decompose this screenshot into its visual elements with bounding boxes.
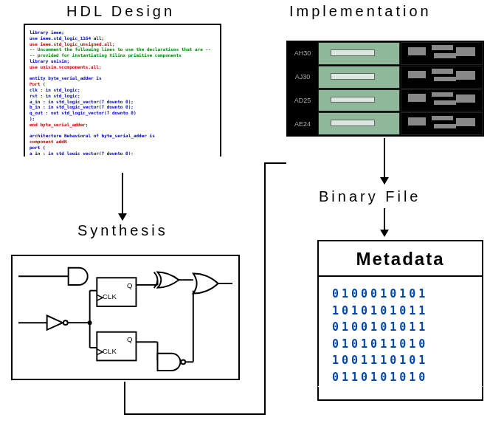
svg-text:Q: Q [127, 335, 133, 343]
impl-cell [318, 42, 400, 65]
impl-row-label: AH30 [288, 42, 317, 65]
hdl-code-line: b_in : in std_logic_vector(7 downto 0); [30, 104, 215, 110]
hdl-code-line [30, 70, 215, 76]
synthesis-schematic-box: CLK Q CLK Q [11, 255, 240, 380]
impl-row-label: AJ30 [288, 66, 317, 89]
arrow-hdl-to-synthesis [122, 173, 123, 220]
synthesis-label: Synthesis [77, 222, 168, 239]
connector-seg-4 [264, 162, 286, 164]
hdl-code-line: use ieee.std_logic_unsigned.all; [30, 41, 215, 47]
hdl-design-document: library ieee;use ieee.std_logic_1164 all… [24, 24, 221, 157]
connector-seg-2 [124, 413, 266, 415]
hdl-code-line: use unisim.vcomponents.all; [30, 64, 215, 70]
clk-label-2: CLK [103, 347, 117, 355]
arrow-impl-to-binary-2 [384, 208, 385, 236]
arrow-impl-to-binary-1 [384, 138, 385, 184]
hdl-code-line: clk : in std_logic; [30, 87, 215, 93]
hdl-design-label: HDL Design [66, 3, 175, 20]
document-wave-bottom [24, 155, 221, 157]
impl-cell [401, 66, 483, 89]
impl-cell [401, 112, 483, 135]
hdl-code-line: -- provided for instantiating Xilinx pri… [30, 52, 215, 58]
hdl-code-line: library unisim; [30, 58, 215, 64]
hdl-code-line [30, 128, 215, 134]
impl-row-label: AD25 [288, 89, 317, 112]
binary-row: 0110101010 [332, 369, 469, 386]
binary-row: 0100101011 [332, 319, 469, 336]
hdl-code-line: entity byte_serial_adder is [30, 75, 215, 81]
hdl-code-line: use ieee.std_logic_1164 all; [30, 35, 215, 41]
hdl-code-line: component addN [30, 139, 215, 145]
binary-row: 0100010101 [332, 286, 469, 303]
hdl-code-line: port ( [30, 145, 215, 151]
svg-point-7 [63, 320, 68, 325]
impl-cell [401, 89, 483, 112]
svg-point-17 [181, 360, 185, 364]
binary-file-document: Metadata 0100010101101010101101001010110… [317, 240, 483, 388]
hdl-code-line: rst : in std_logic; [30, 93, 215, 99]
binary-file-label: Binary File [319, 188, 421, 205]
binary-header: Metadata [319, 241, 482, 277]
impl-cell [318, 66, 400, 89]
svg-point-22 [88, 320, 92, 325]
binary-row: 0101011010 [332, 336, 469, 353]
impl-row-label: AE24 [288, 112, 317, 135]
hdl-code-line: end byte_serial_adder; [30, 122, 215, 128]
binary-content: 0100010101101010101101001010110101011010… [319, 277, 482, 394]
hdl-code-listing: library ieee;use ieee.std_logic_1164 all… [25, 25, 220, 157]
connector-seg-1 [124, 382, 125, 415]
clk-label-1: CLK [103, 292, 117, 300]
hdl-code-line: library ieee; [30, 30, 215, 35]
hdl-code-line: a_in : in std_logic_vector(7 downto 0); [30, 99, 215, 105]
implementation-layout-box: AH30AJ30AD25AE24 [286, 41, 484, 137]
impl-cell [401, 42, 483, 65]
hdl-code-line: architecture Behavioral of byte_serial_a… [30, 133, 215, 139]
hdl-code-line: q_out : out std_logic_vector(7 downto 0) [30, 110, 215, 116]
impl-cell [318, 112, 400, 135]
hdl-code-line: Port ( [30, 81, 215, 87]
implementation-label: Implementation [289, 3, 432, 20]
impl-cell [318, 89, 400, 112]
hdl-code-line: -- Uncomment the following lines to use … [30, 47, 215, 52]
binary-row: 1010101011 [332, 303, 469, 320]
synthesis-schematic: CLK Q CLK Q [18, 262, 232, 376]
connector-seg-3 [264, 162, 266, 415]
hdl-code-line: ); [30, 116, 215, 122]
binary-row: 1001110101 [332, 352, 469, 369]
document-wave-bottom [317, 386, 483, 404]
svg-text:Q: Q [127, 281, 133, 289]
